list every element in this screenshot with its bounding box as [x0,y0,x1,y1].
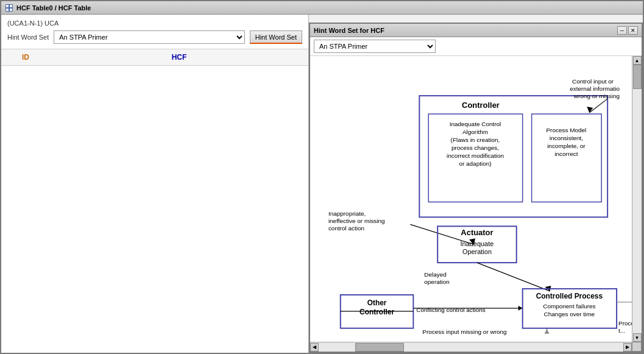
popup-window: Hint Word Set for HCF ─ ✕ An STPA Primer… [309,23,643,353]
minimize-button[interactable]: ─ [617,26,627,35]
svg-text:Algorithm: Algorithm [462,129,488,135]
svg-text:ineffective or missing: ineffective or missing [328,218,385,224]
close-button[interactable]: ✕ [628,26,638,35]
svg-text:external informatio: external informatio [570,85,620,92]
svg-line-22 [589,99,607,113]
uca-label: (UCA1-N-1) UCA [7,19,302,27]
svg-text:incorrect modification: incorrect modification [447,152,504,159]
scrollbar-corner [632,342,642,352]
svg-text:Other: Other [367,299,387,307]
diagram-container: Controller Inadequate Control Algorithm … [310,56,642,352]
svg-text:control action: control action [328,225,364,232]
popup-toolbar: An STPA Primer [310,37,642,56]
popup-title: Hint Word Set for HCF [314,27,384,34]
svg-rect-3 [6,9,9,11]
svg-marker-23 [587,107,593,113]
svg-text:wrong or missing: wrong or missing [573,93,620,99]
svg-text:Component failures: Component failures [543,303,595,310]
horizontal-scrollbar[interactable]: ◀ ▶ [310,342,632,352]
scroll-thumb-vertical[interactable] [633,65,642,89]
scroll-track-vertical [633,65,642,333]
svg-marker-42 [518,306,523,311]
table-header: ID HCF [1,49,308,66]
svg-rect-2 [10,5,12,7]
col-hcf-header: HCF [50,53,308,62]
svg-text:Inadequate: Inadequate [461,240,494,247]
scroll-left-button[interactable]: ◀ [310,343,319,352]
svg-text:Operation: Operation [462,248,492,255]
popup-title-bar: Hint Word Set for HCF ─ ✕ [310,24,642,37]
svg-rect-1 [6,5,9,7]
popup-dropdown[interactable]: An STPA Primer [314,40,436,53]
hint-word-button[interactable]: Hint Word Set [250,30,302,44]
svg-marker-51 [545,329,550,334]
left-panel: (UCA1-N-1) UCA Hint Word Set An STPA Pri… [1,15,309,353]
svg-text:Proces: Proces [618,320,632,327]
table-area: ID HCF [1,49,308,66]
hint-word-label: Hint Word Set [7,34,49,41]
col-id-header: ID [1,53,50,62]
svg-text:Control input or: Control input or [572,78,614,85]
svg-text:or adaption): or adaption) [459,160,491,167]
hint-word-row: Hint Word Set An STPA Primer Hint Word S… [7,30,302,44]
window-icon [5,4,13,12]
svg-text:Controller: Controller [462,101,500,110]
hint-word-dropdown[interactable]: An STPA Primer [54,30,244,44]
svg-text:Delayed: Delayed [424,271,447,278]
scroll-up-button[interactable]: ▲ [633,56,642,65]
svg-rect-4 [10,9,12,11]
svg-text:Process Model: Process Model [546,127,586,133]
popup-title-buttons: ─ ✕ [617,26,638,35]
svg-text:incomplete, or: incomplete, or [547,143,586,149]
svg-text:Conflicting control actions: Conflicting control actions [416,306,485,313]
scroll-right-button[interactable]: ▶ [623,343,632,352]
svg-text:Changes over time: Changes over time [544,311,595,317]
left-panel-header: (UCA1-N-1) UCA Hint Word Set An STPA Pri… [1,15,308,49]
main-window: HCF Table0 / HCF Table (UCA1-N-1) UCA Hi… [0,0,644,354]
svg-text:Process input missing or wrong: Process input missing or wrong [422,328,506,335]
svg-text:Inappropriate,: Inappropriate, [328,210,366,217]
svg-text:operation: operation [424,278,450,285]
title-bar: HCF Table0 / HCF Table [1,1,643,15]
svg-text:Inadequate Control: Inadequate Control [450,121,501,127]
scroll-down-button[interactable]: ▼ [633,333,642,342]
svg-text:Controller: Controller [359,308,394,316]
svg-text:(Flaws in creation,: (Flaws in creation, [451,136,500,143]
svg-text:incorrect: incorrect [554,150,578,157]
main-window-title: HCF Table0 / HCF Table [16,4,91,12]
svg-text:process changes,: process changes, [451,144,499,151]
svg-line-35 [477,263,550,291]
scroll-thumb-horizontal[interactable] [355,343,404,352]
scroll-track-horizontal [319,343,623,352]
diagram-svg: Controller Inadequate Control Algorithm … [310,56,632,342]
diagram-svg-area: Controller Inadequate Control Algorithm … [310,56,632,342]
svg-text:Actuator: Actuator [461,228,493,237]
svg-text:Controlled Process: Controlled Process [536,292,603,300]
svg-text:t...: t... [618,327,625,334]
svg-text:inconsistent,: inconsistent, [550,135,583,141]
vertical-scrollbar[interactable]: ▲ ▼ [632,56,642,342]
